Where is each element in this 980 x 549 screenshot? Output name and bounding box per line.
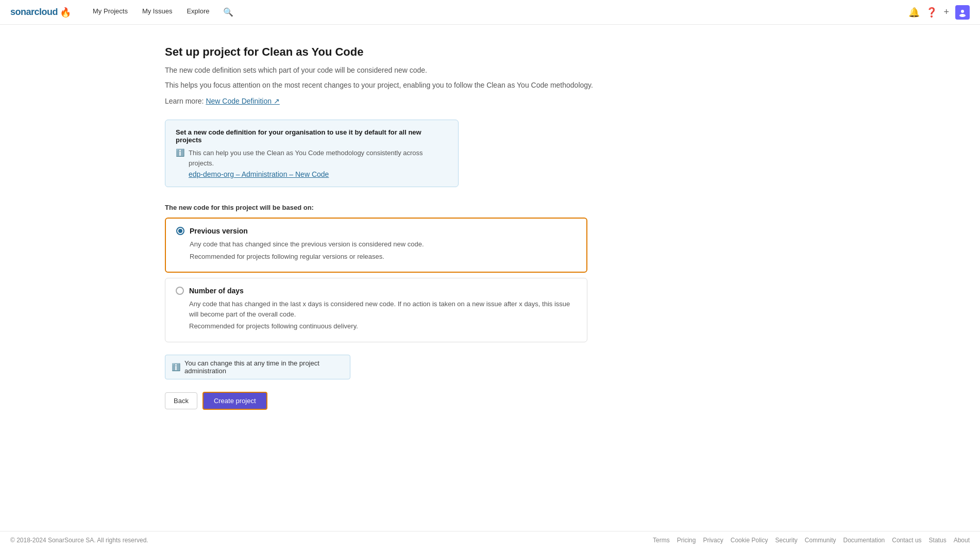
learn-more: Learn more: New Code Definition ↗ bbox=[165, 97, 618, 105]
nav-my-issues[interactable]: My Issues bbox=[137, 5, 178, 19]
create-project-button[interactable]: Create project bbox=[202, 392, 267, 410]
footer-community[interactable]: Community bbox=[805, 537, 836, 544]
footer-cookie-policy[interactable]: Cookie Policy bbox=[731, 537, 768, 544]
option-desc2-previous: Recommended for projects following regul… bbox=[190, 252, 576, 262]
nav-explore[interactable]: Explore bbox=[181, 5, 214, 19]
option-desc1-previous: Any code that has changed since the prev… bbox=[190, 239, 576, 249]
new-code-definition-link[interactable]: New Code Definition ↗ bbox=[206, 97, 280, 105]
header-right: 🔔 ❓ + bbox=[908, 5, 970, 20]
change-info-note: ℹ️ You can change this at any time in th… bbox=[165, 355, 350, 379]
option-desc2-days: Recommended for projects following conti… bbox=[189, 321, 577, 331]
desc2: This helps you focus attention on the mo… bbox=[165, 80, 618, 91]
svg-point-1 bbox=[961, 10, 964, 13]
section-label: The new code for this project will be ba… bbox=[165, 204, 618, 211]
radio-previous-version[interactable] bbox=[176, 227, 184, 235]
info-box-body: This can help you use the Clean as You C… bbox=[189, 149, 423, 167]
add-icon[interactable]: + bbox=[943, 7, 949, 18]
main-content: Set up project for Clean as You Code The… bbox=[0, 25, 618, 531]
logo[interactable]: sonarcloud 🔥 bbox=[10, 7, 71, 18]
footer-security[interactable]: Security bbox=[775, 537, 797, 544]
page-title: Set up project for Clean as You Code bbox=[165, 45, 618, 59]
radio-number-of-days[interactable] bbox=[176, 287, 184, 295]
notifications-icon[interactable]: 🔔 bbox=[908, 7, 920, 18]
header: sonarcloud 🔥 My Projects My Issues Explo… bbox=[0, 0, 980, 25]
search-icon[interactable]: 🔍 bbox=[219, 5, 238, 19]
footer-copyright: © 2018-2024 SonarSource SA. All rights r… bbox=[10, 537, 148, 544]
admin-new-code-link[interactable]: edp-demo-org – Administration – New Code bbox=[189, 170, 448, 178]
info-note-icon: ℹ️ bbox=[172, 363, 180, 371]
avatar[interactable] bbox=[955, 5, 970, 20]
info-box-title: Set a new code definition for your organ… bbox=[176, 128, 448, 144]
info-box-row: ℹ️ This can help you use the Clean as Yo… bbox=[176, 148, 448, 178]
option-number-of-days[interactable]: Number of days Any code that has changed… bbox=[165, 278, 587, 342]
footer-privacy[interactable]: Privacy bbox=[703, 537, 723, 544]
button-row: Back Create project bbox=[165, 392, 618, 410]
svg-point-2 bbox=[959, 14, 966, 17]
org-info-box: Set a new code definition for your organ… bbox=[165, 120, 459, 187]
footer-pricing[interactable]: Pricing bbox=[677, 537, 696, 544]
nav: My Projects My Issues Explore 🔍 bbox=[88, 5, 908, 19]
logo-text: sonarcloud bbox=[10, 7, 58, 18]
option-header-previous: Previous version bbox=[176, 227, 576, 235]
option-previous-version[interactable]: Previous version Any code that has chang… bbox=[165, 218, 587, 273]
footer-documentation[interactable]: Documentation bbox=[843, 537, 885, 544]
footer-about[interactable]: About bbox=[954, 537, 970, 544]
footer-terms[interactable]: Terms bbox=[653, 537, 670, 544]
info-note-text: You can change this at any time in the p… bbox=[184, 359, 344, 375]
footer-contact-us[interactable]: Contact us bbox=[892, 537, 921, 544]
footer-status[interactable]: Status bbox=[929, 537, 947, 544]
option-title-previous: Previous version bbox=[190, 227, 248, 235]
footer: © 2018-2024 SonarSource SA. All rights r… bbox=[0, 531, 980, 549]
option-title-days: Number of days bbox=[189, 287, 244, 295]
footer-links: Terms Pricing Privacy Cookie Policy Secu… bbox=[653, 537, 970, 544]
nav-my-projects[interactable]: My Projects bbox=[88, 5, 133, 19]
options-container: Previous version Any code that has chang… bbox=[165, 218, 587, 342]
option-header-days: Number of days bbox=[176, 287, 577, 295]
desc1: The new code definition sets which part … bbox=[165, 65, 618, 76]
back-button[interactable]: Back bbox=[165, 392, 197, 409]
info-circle-icon: ℹ️ bbox=[176, 148, 184, 157]
logo-icon: 🔥 bbox=[60, 7, 71, 18]
help-icon[interactable]: ❓ bbox=[926, 7, 937, 18]
option-desc1-days: Any code that has changed in the last x … bbox=[189, 299, 577, 319]
